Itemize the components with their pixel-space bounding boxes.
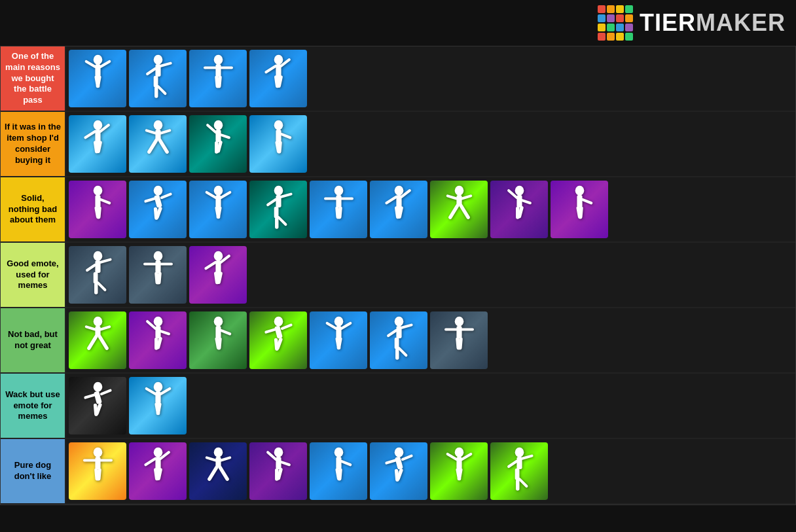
svg-line-2 — [86, 61, 95, 66]
dance-figure — [129, 377, 187, 434]
svg-line-138 — [221, 330, 230, 333]
svg-rect-110 — [94, 283, 98, 294]
emote-card[interactable] — [249, 115, 307, 173]
tier-items-tier-e — [66, 374, 795, 438]
emote-card[interactable] — [189, 311, 247, 369]
svg-line-168 — [85, 395, 94, 397]
tier-row-tier-b: Solid, nothing bad about them — [1, 177, 795, 243]
emote-card[interactable] — [551, 181, 608, 238]
tier-items-tier-a — [66, 112, 795, 176]
svg-line-150 — [341, 323, 350, 328]
svg-rect-226 — [516, 479, 519, 491]
emote-card[interactable] — [490, 442, 548, 500]
svg-line-169 — [101, 390, 110, 393]
svg-rect-75 — [336, 195, 341, 207]
emote-card[interactable] — [430, 181, 488, 238]
emote-card[interactable] — [249, 50, 307, 107]
tier-items-tier-b — [66, 177, 795, 241]
emote-card[interactable] — [69, 377, 126, 434]
emote-card[interactable] — [370, 181, 427, 238]
emote-card[interactable] — [249, 181, 307, 238]
emote-card[interactable] — [189, 115, 247, 173]
emote-card[interactable] — [490, 181, 548, 238]
emote-card[interactable] — [370, 311, 427, 369]
emote-card[interactable] — [69, 115, 126, 173]
emote-card[interactable] — [129, 181, 187, 238]
svg-point-0 — [93, 54, 102, 64]
tier-items-tier-s — [66, 46, 795, 111]
dance-figure — [310, 181, 367, 238]
svg-line-21 — [266, 65, 276, 72]
svg-point-25 — [93, 120, 102, 130]
emote-card[interactable] — [129, 377, 187, 434]
svg-line-158 — [399, 348, 406, 355]
logo-grid — [598, 5, 633, 41]
emote-card[interactable] — [430, 442, 488, 500]
svg-point-214 — [454, 447, 463, 457]
emote-card[interactable] — [69, 442, 126, 500]
tier-items-tier-d — [66, 308, 795, 372]
emote-card[interactable] — [129, 50, 187, 107]
svg-line-156 — [401, 325, 411, 327]
dance-figure — [490, 442, 548, 500]
emote-card[interactable] — [189, 181, 247, 238]
emote-card[interactable] — [189, 246, 247, 304]
svg-point-160 — [454, 316, 463, 326]
emote-card[interactable] — [129, 311, 187, 369]
emote-card[interactable] — [310, 311, 367, 369]
svg-line-143 — [266, 329, 275, 332]
svg-rect-14 — [215, 64, 221, 77]
dance-figure — [430, 442, 488, 500]
svg-line-193 — [221, 457, 230, 460]
emote-card[interactable] — [249, 311, 307, 369]
svg-line-149 — [327, 323, 336, 328]
emote-card[interactable] — [129, 442, 187, 500]
svg-line-40 — [221, 135, 228, 137]
dance-figure — [129, 50, 187, 107]
svg-line-52 — [100, 199, 109, 202]
svg-point-196 — [274, 447, 283, 457]
emote-card[interactable] — [370, 442, 427, 500]
svg-rect-12 — [154, 86, 158, 98]
svg-line-211 — [402, 455, 411, 459]
dance-figure — [430, 181, 488, 238]
svg-point-184 — [153, 447, 162, 457]
emote-card[interactable] — [189, 50, 247, 107]
svg-line-217 — [461, 453, 471, 459]
emote-card[interactable] — [129, 115, 187, 173]
emote-card[interactable] — [430, 311, 488, 369]
svg-point-80 — [394, 185, 403, 195]
svg-line-63 — [206, 192, 215, 197]
emote-card[interactable] — [310, 181, 367, 238]
emote-card[interactable] — [310, 442, 367, 500]
tier-label-tier-b: Solid, nothing bad about them — [1, 177, 66, 241]
svg-line-119 — [206, 262, 215, 268]
emote-card[interactable] — [69, 311, 126, 369]
dance-figure — [129, 246, 187, 304]
emote-card[interactable] — [129, 246, 187, 304]
emote-card[interactable] — [69, 246, 126, 304]
svg-line-223 — [522, 455, 532, 458]
svg-line-11 — [158, 86, 165, 94]
svg-point-129 — [153, 316, 162, 326]
emote-card[interactable] — [69, 181, 126, 238]
dance-figure — [370, 442, 427, 500]
emote-card[interactable] — [69, 50, 126, 107]
svg-line-27 — [85, 131, 95, 137]
svg-rect-73 — [275, 217, 278, 229]
svg-line-144 — [281, 325, 291, 328]
svg-line-70 — [281, 194, 291, 196]
svg-line-175 — [160, 388, 170, 393]
svg-line-69 — [268, 199, 276, 204]
dance-figure — [189, 442, 247, 500]
svg-line-128 — [100, 336, 107, 348]
dance-figure — [129, 181, 187, 238]
svg-line-46 — [281, 133, 290, 137]
emote-card[interactable] — [249, 442, 307, 500]
svg-line-36 — [160, 140, 167, 152]
svg-line-199 — [281, 462, 289, 465]
tier-label-tier-f: Pure dog don't like — [1, 439, 66, 503]
emote-card[interactable] — [189, 442, 247, 500]
svg-point-147 — [334, 316, 343, 326]
svg-line-34 — [160, 130, 170, 133]
